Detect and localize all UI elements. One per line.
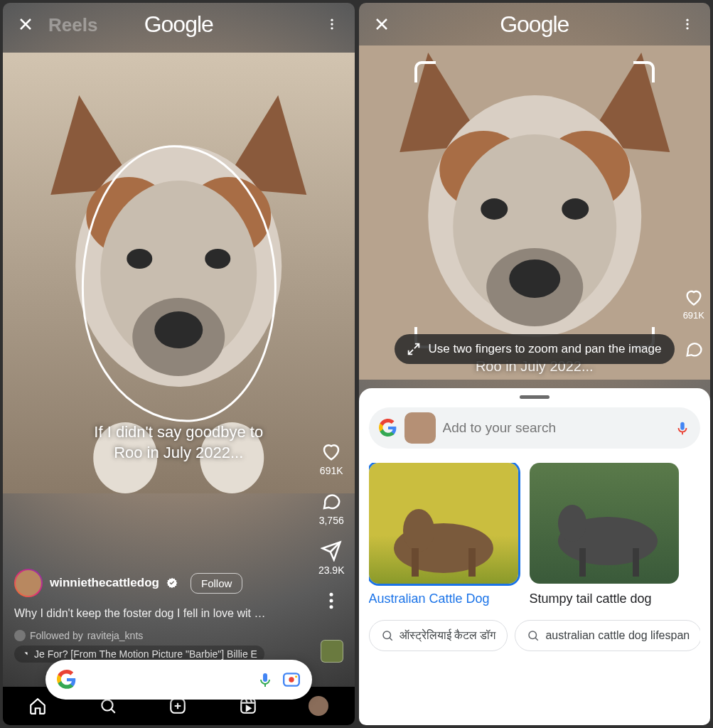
close-icon — [373, 16, 390, 33]
more-vert-icon — [321, 590, 342, 611]
comment-icon[interactable] — [684, 339, 704, 359]
expand-icon — [406, 341, 422, 357]
result-label: Australian Cattle Dog — [369, 591, 518, 607]
home-icon[interactable] — [28, 697, 47, 715]
crop-overlay[interactable] — [414, 61, 655, 348]
reel-action-rail: 691K 3,756 23.9K — [318, 441, 345, 611]
svg-point-27 — [686, 23, 688, 25]
svg-point-48 — [383, 631, 391, 639]
reel-more-button[interactable] — [321, 590, 342, 611]
send-icon — [321, 540, 342, 562]
author-username[interactable]: winniethecattledog — [50, 576, 159, 590]
audio-thumbnail[interactable] — [321, 640, 343, 663]
comment-count: 3,756 — [319, 515, 344, 526]
share-count: 23.9K — [318, 564, 345, 576]
caption-line1: If I didn't say goodbye to — [94, 423, 263, 441]
followed-by-prefix: Followed by — [30, 630, 83, 641]
arrow-up-right-icon — [21, 650, 30, 658]
visual-match-results: Australian Cattle Dog Stumpy tail cattle… — [369, 463, 701, 607]
search-icon — [527, 629, 540, 642]
svg-point-26 — [686, 19, 688, 21]
google-g-icon — [57, 670, 77, 690]
google-search-pill[interactable] — [45, 660, 312, 700]
lens-top-bar: Google — [359, 3, 711, 46]
svg-point-28 — [686, 27, 688, 29]
close-icon — [17, 16, 34, 33]
reel-description[interactable]: Why I didn't keep the foster dog I fell … — [14, 607, 305, 620]
chip-label: ऑस्ट्रेलियाई कैटल डॉग — [400, 629, 496, 642]
svg-point-22 — [294, 675, 296, 678]
author-avatar[interactable] — [14, 569, 43, 597]
search-icon — [381, 629, 394, 642]
svg-point-45 — [558, 505, 586, 542]
sheet-grab-handle[interactable] — [520, 395, 550, 399]
verified-icon — [166, 577, 178, 589]
google-g-icon — [379, 419, 397, 437]
zoom-hint-text: Use two fingers to zoom and pan the imag… — [429, 342, 662, 356]
comment-button[interactable]: 3,756 — [319, 491, 344, 526]
search-input[interactable] — [443, 420, 668, 436]
like-count: 691K — [320, 465, 343, 476]
follower-avatar — [14, 630, 26, 641]
profile-avatar[interactable] — [309, 696, 328, 716]
heart-icon[interactable] — [684, 287, 704, 307]
svg-point-23 — [102, 700, 112, 710]
chip-1[interactable]: australian cattle dog lifespan — [515, 620, 700, 651]
reel-author-row[interactable]: winniethecattledog Follow — [14, 569, 298, 597]
caption-line2: Roo in July 2022... — [114, 444, 243, 461]
svg-rect-42 — [412, 548, 419, 577]
comment-icon — [321, 491, 342, 512]
reel-caption-overlay: If I didn't say goodbye to Roo in July 2… — [3, 422, 355, 463]
result-card-1[interactable]: Stumpy tail cattle dog — [530, 463, 679, 607]
related-search-chips: ऑस्ट्रेलियाई कैटल डॉग australian cattle … — [369, 620, 701, 651]
crop-corner-tr[interactable] — [633, 61, 655, 82]
lens-results-sheet[interactable]: Australian Cattle Dog Stumpy tail cattle… — [359, 388, 711, 725]
svg-rect-46 — [579, 548, 586, 577]
zoom-hint-tooltip: Use two fingers to zoom and pan the imag… — [395, 334, 675, 364]
more-vert-icon — [680, 17, 695, 31]
left-pane: Reels Google — [3, 3, 355, 725]
followed-by-user: raviteja_knts — [87, 630, 144, 641]
follow-button[interactable]: Follow — [191, 573, 242, 594]
lens-icon[interactable] — [282, 670, 301, 689]
svg-point-1 — [331, 23, 333, 25]
svg-rect-43 — [468, 548, 476, 577]
svg-rect-25 — [241, 699, 255, 713]
reel-action-rail-partial: 691K — [683, 287, 704, 359]
heart-icon — [321, 441, 342, 462]
svg-point-41 — [403, 509, 434, 552]
share-button[interactable]: 23.9K — [318, 540, 345, 576]
more-button[interactable] — [322, 14, 342, 34]
svg-point-2 — [331, 27, 333, 29]
svg-point-17 — [330, 593, 333, 596]
result-thumbnail — [369, 463, 518, 584]
svg-point-21 — [289, 677, 294, 682]
right-pane: Google 691K Use two finge — [359, 3, 711, 725]
google-logo: Google — [500, 11, 569, 38]
mic-icon[interactable] — [675, 419, 690, 437]
search-thumbnail — [404, 412, 436, 444]
result-thumbnail — [530, 463, 679, 584]
result-label: Stumpy tail cattle dog — [530, 591, 679, 607]
lens-search-box[interactable] — [369, 407, 701, 449]
svg-point-49 — [529, 631, 537, 639]
google-logo: Google — [144, 11, 213, 38]
crop-corner-tl[interactable] — [414, 61, 436, 82]
close-button[interactable] — [372, 14, 392, 34]
more-vert-icon — [325, 17, 339, 31]
svg-point-18 — [330, 599, 333, 603]
followed-by-row[interactable]: Followed by raviteja_knts — [14, 630, 143, 641]
more-button[interactable] — [677, 14, 697, 34]
svg-point-19 — [330, 605, 333, 609]
chip-label: australian cattle dog lifespan — [545, 629, 690, 642]
like-button[interactable]: 691K — [320, 441, 343, 476]
svg-rect-47 — [633, 548, 639, 577]
mic-icon[interactable] — [257, 671, 274, 688]
like-count: 691K — [683, 310, 704, 321]
svg-point-0 — [331, 19, 333, 21]
lens-top-bar: Google — [3, 3, 355, 46]
result-card-0[interactable]: Australian Cattle Dog — [369, 463, 518, 607]
close-button[interactable] — [16, 14, 36, 34]
audio-title: Je For? [From The Motion Picture "Barbie… — [34, 648, 257, 660]
chip-0[interactable]: ऑस्ट्रेलियाई कैटल डॉग — [369, 620, 508, 651]
